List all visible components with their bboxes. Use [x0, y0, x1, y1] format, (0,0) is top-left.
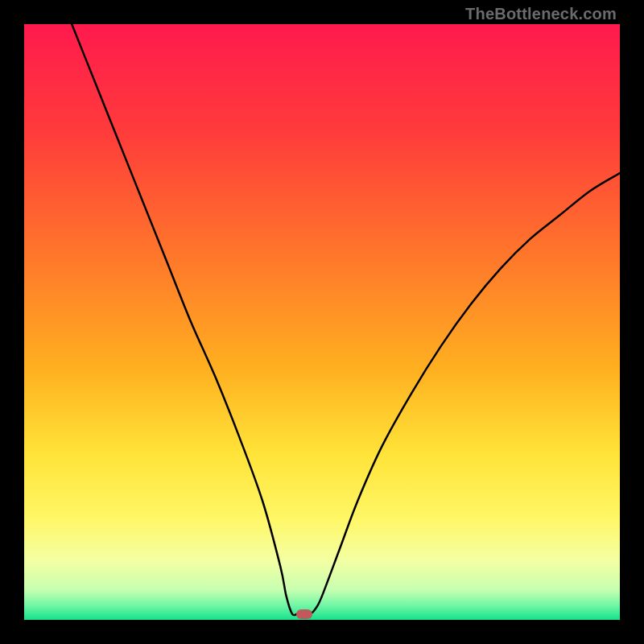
watermark-text: TheBottleneck.com: [465, 5, 617, 23]
optimum-marker: [296, 609, 312, 619]
curve-svg: [24, 24, 620, 620]
plot-area: [24, 24, 620, 620]
bottleneck-curve: [72, 24, 620, 615]
chart-frame: TheBottleneck.com: [0, 0, 644, 644]
